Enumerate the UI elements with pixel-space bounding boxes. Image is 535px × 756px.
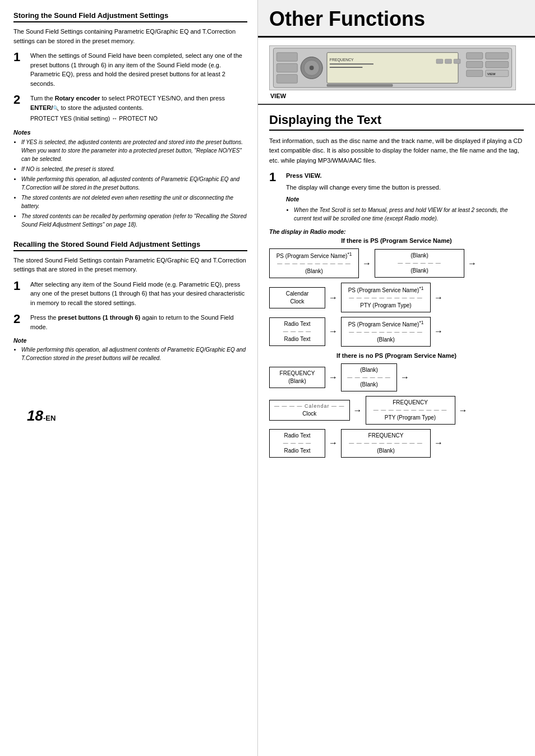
- arrow1b: →: [468, 259, 477, 269]
- radio-mode-title: The display in Radio mode:: [269, 228, 524, 235]
- nops-flow-container: FREQUENCY (Blank) → (Blank) — — — — — — …: [269, 363, 524, 458]
- ps-box3a-line2: — — — —: [274, 328, 320, 335]
- svg-rect-17: [486, 61, 509, 68]
- ps-box1b-line3: (Blank): [380, 267, 459, 275]
- storing-title: Storing the Sound Field Adjustment Setti…: [13, 11, 247, 22]
- d-note-label: Note: [286, 195, 524, 204]
- nops-box1b: (Blank) — — — — — — (Blank): [341, 363, 397, 392]
- storing-section: Storing the Sound Field Adjustment Setti…: [13, 11, 247, 229]
- svg-rect-12: [445, 59, 452, 63]
- ps-box3b-line1: PS (Program Service Name)*1: [346, 320, 426, 329]
- note-item: If NO is selected, the preset is stored.: [21, 165, 247, 173]
- r-note-title: Note: [13, 337, 247, 344]
- storing-intro: The Sound Field Settings containing Para…: [13, 27, 247, 45]
- nops-box2a-line2: Clock: [274, 410, 345, 418]
- svg-rect-15: [486, 52, 509, 59]
- step2-rotary: Rotary encoder: [55, 95, 100, 102]
- svg-point-6: [310, 66, 314, 70]
- recalling-title: Recalling the Stored Sound Field Adjustm…: [13, 240, 247, 251]
- notes-list: If YES is selected, the adjusted content…: [21, 138, 247, 229]
- svg-rect-1: [276, 52, 297, 61]
- nops-flow-row2: — — — — Calendar — — Clock → FREQUENCY —…: [269, 396, 524, 425]
- other-functions-title: Other Functions: [269, 8, 524, 30]
- recalling-step2: 2 Press the preset buttons (1 through 6)…: [13, 313, 247, 331]
- ps-box1b: (Blank) — — — — — — (Blank): [375, 249, 464, 278]
- nops-box3a-line1: Radio Text: [274, 432, 320, 440]
- r-note-text: While performing this operation, all adj…: [21, 345, 247, 362]
- r-step1-text: After selecting any item of the Sound Fi…: [30, 281, 245, 306]
- nops-arrow2: →: [353, 405, 362, 416]
- device-image: FREQUENCY VIEW: [269, 45, 516, 90]
- nops-box3b-line2: — — — — — — — — — —: [346, 440, 426, 447]
- storing-notes: Notes If YES is selected, the adjusted c…: [13, 129, 247, 229]
- ps-box2b-line3: PTY (Program Type): [346, 302, 426, 310]
- notes-title: Notes: [13, 129, 247, 136]
- note-item: While performing this operation, all adj…: [21, 175, 247, 192]
- step2-content: Turn the Rotary encoder to select PROTEC…: [30, 94, 247, 123]
- ps-flow-row3: Radio Text — — — — Radio Text → PS (Prog…: [269, 317, 524, 347]
- nops-box3b-line1: FREQUENCY: [346, 432, 426, 440]
- step2-enter: ENTER/🔍: [30, 104, 59, 111]
- ps-box3a-line3: Radio Text: [274, 335, 320, 343]
- nops-box1b-line1: (Blank): [346, 366, 392, 374]
- ps-box3b-line2: — — — — — — — — — —: [346, 329, 426, 336]
- nops-box1b-line2: — — — — — —: [346, 374, 392, 381]
- view-label: VIEW: [269, 93, 524, 99]
- ps-flow-container: PS (Program Service Name)*1 — — — — — — …: [269, 248, 524, 347]
- ps-box1a: PS (Program Service Name)*1 — — — — — — …: [269, 248, 359, 278]
- storing-step1: 1 When the settings of Sound Field have …: [13, 51, 247, 88]
- nops-arrow3b: →: [434, 438, 443, 448]
- svg-text:FREQUENCY: FREQUENCY: [330, 58, 354, 62]
- svg-rect-16: [467, 61, 483, 68]
- radio-mode-section: The display in Radio mode: If there is P…: [269, 228, 524, 458]
- display-intro: Text information, such as the disc name …: [269, 136, 524, 166]
- d-step1-text: Press VIEW.: [286, 172, 322, 179]
- ps-box2a-line2: Clock: [274, 298, 320, 306]
- nops-box3a-line2: — — — —: [274, 440, 320, 447]
- ps-box2b-line1: PS (Program Service Name)*1: [346, 285, 426, 294]
- r-step2-bold: preset buttons (1 through 6): [58, 314, 141, 321]
- nops-box2a: — — — — Calendar — — Clock: [269, 400, 350, 421]
- page-num: 18: [27, 407, 43, 424]
- arrow3: →: [329, 326, 338, 336]
- nops-box3a-line3: Radio Text: [274, 447, 320, 455]
- nops-box1a-line1: FREQUENCY: [274, 370, 320, 377]
- left-column: Storing the Sound Field Adjustment Setti…: [0, 0, 258, 756]
- nops-flow-row1: FREQUENCY (Blank) → (Blank) — — — — — — …: [269, 363, 524, 392]
- nops-flow-row3: Radio Text — — — — Radio Text → FREQUENC…: [269, 429, 524, 458]
- svg-rect-14: [467, 52, 483, 59]
- ps-flow-row1: PS (Program Service Name)*1 — — — — — — …: [269, 248, 524, 278]
- r-note-list: While performing this operation, all adj…: [21, 345, 247, 362]
- device-svg: FREQUENCY VIEW: [270, 46, 515, 90]
- recalling-note: Note While performing this operation, al…: [13, 337, 247, 362]
- ps-box3a: Radio Text — — — — Radio Text: [269, 317, 325, 346]
- step1-number: 1: [13, 51, 26, 63]
- d-note-text: When the Text Scroll is set to Manual, p…: [294, 206, 524, 223]
- r-step2-content: Press the preset buttons (1 through 6) a…: [30, 313, 247, 331]
- step2-number: 2: [13, 94, 26, 106]
- svg-rect-21: [327, 84, 393, 86]
- r-step2-number: 2: [13, 313, 26, 325]
- nops-arrow3: →: [329, 438, 338, 448]
- r-step1-number: 1: [13, 280, 26, 292]
- recalling-intro: The stored Sound Field Settings contain …: [13, 256, 247, 274]
- nops-box3a: Radio Text — — — — Radio Text: [269, 429, 325, 458]
- displaying-title: Displaying the Text: [269, 113, 524, 131]
- d-step1-number: 1: [269, 171, 282, 183]
- step2-text-mid: to select PROTECT YES/NO, and then press: [100, 95, 225, 102]
- arrow2b: →: [434, 293, 443, 303]
- nops-arrow2b: →: [459, 405, 468, 416]
- ps-box2b-line2: — — — — — — — — — —: [346, 294, 426, 302]
- nops-box3b-line3: (Blank): [346, 447, 426, 455]
- right-column: Other Functions: [258, 0, 535, 756]
- page-suffix: -EN: [43, 414, 56, 422]
- svg-rect-10: [330, 67, 363, 68]
- step1-text: When the settings of Sound Field have be…: [30, 52, 242, 87]
- protect-line: PROTECT YES (Initial setting) ↔ PROTECT …: [30, 114, 247, 123]
- svg-rect-11: [436, 59, 443, 63]
- recalling-section: Recalling the Stored Sound Field Adjustm…: [13, 240, 247, 363]
- r-step1-content: After selecting any item of the Sound Fi…: [30, 280, 247, 308]
- svg-rect-18: [467, 70, 483, 76]
- ps-flow-row2: Calendar Clock → PS (Program Service Nam…: [269, 283, 524, 312]
- ps-box3b: PS (Program Service Name)*1 — — — — — — …: [341, 317, 431, 347]
